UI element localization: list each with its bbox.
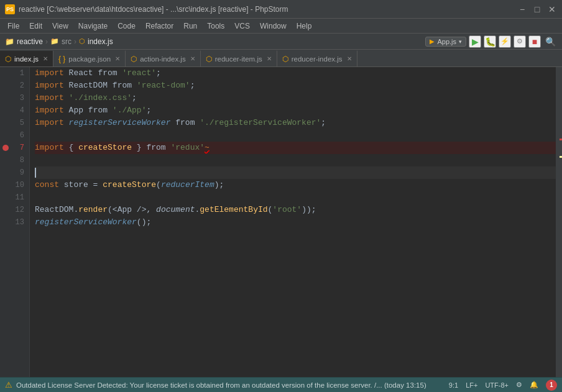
line-num-4: 4 (0, 104, 29, 117)
breadcrumb-file[interactable]: index.js (88, 37, 113, 46)
editor-area: 1 2 3 4 5 6 7 8 9 10 11 12 13 import Rea… (0, 67, 562, 377)
menu-help[interactable]: Help (292, 21, 317, 32)
indent-indicator: ⚙ (516, 381, 522, 389)
tab-label: reducer-index.js (292, 55, 343, 63)
cursor (35, 168, 36, 178)
profile-button[interactable]: ⚙ (514, 35, 526, 48)
tabs-bar: ⬡ index.js ✕ { } package.json ✕ ⬡ action… (0, 50, 562, 67)
code-line-8 (35, 154, 556, 166)
menu-vcs[interactable]: VCS (229, 21, 255, 32)
line-ending[interactable]: LF+ (466, 381, 477, 389)
tab-label: action-index.js (140, 55, 186, 63)
line-num-3: 3 (0, 92, 29, 104)
error-marker-7 (560, 139, 562, 140)
menu-window[interactable]: Window (255, 21, 292, 32)
app-icon: PS (5, 4, 15, 14)
file-icon: ⬡ (79, 37, 85, 45)
window-controls: − □ ✕ (517, 4, 557, 14)
tab-package-json[interactable]: { } package.json ✕ (53, 50, 126, 66)
line-numbers: 1 2 3 4 5 6 7 8 9 10 11 12 13 (0, 67, 30, 377)
status-message-area: ⚠ Outdated License Server Detected: Your… (5, 380, 444, 390)
tab-js-icon4: ⬡ (282, 55, 288, 63)
alert-count[interactable]: 1 (546, 380, 557, 391)
menu-refactor[interactable]: Refactor (140, 21, 178, 32)
tab-close-icon[interactable]: ✕ (347, 55, 352, 62)
notification-icon: 🔔 (530, 381, 538, 389)
debug-button[interactable]: 🐛 (484, 35, 496, 48)
line-num-12: 12 (0, 204, 29, 216)
tab-close-icon[interactable]: ✕ (190, 55, 195, 62)
menu-file[interactable]: File (2, 21, 24, 32)
run-controls: ▶ App.js ▾ ▶ 🐛 ⚡ ⚙ ■ 🔍 (425, 35, 557, 48)
src-folder-icon: 📁 (50, 37, 59, 45)
minimize-button[interactable]: − (517, 4, 527, 14)
code-line-5: import registerServiceWorker from './reg… (35, 117, 556, 129)
run-button[interactable]: ▶ (469, 35, 481, 48)
status-message[interactable]: Outdated License Server Detected: Your l… (16, 381, 426, 389)
tab-index-js[interactable]: ⬡ index.js ✕ (0, 50, 53, 66)
menu-tools[interactable]: Tools (202, 21, 229, 32)
error-marker-9 (560, 156, 562, 158)
code-line-4: import App from './App'; (35, 104, 556, 117)
toolbar: 📁 reactive › 📁 src › ⬡ index.js ▶ App.js… (0, 34, 562, 50)
tab-reducer-item-js[interactable]: ⬡ reducer-item.js ✕ (201, 50, 277, 66)
breadcrumb: 📁 reactive › 📁 src › ⬡ index.js (5, 37, 113, 46)
menu-run[interactable]: Run (178, 21, 202, 32)
tab-close-icon[interactable]: ✕ (115, 55, 120, 62)
line-num-5: 5 (0, 117, 29, 129)
tab-label: index.js (14, 55, 39, 63)
line-num-2: 2 (0, 80, 29, 92)
tab-js-icon2: ⬡ (131, 55, 137, 63)
menu-view[interactable]: View (47, 21, 73, 32)
line-num-6: 6 (0, 129, 29, 142)
code-line-9 (35, 166, 556, 179)
breadcrumb-src[interactable]: src (62, 37, 71, 46)
title-bar: PS reactive [C:\webserver\data\htdocs\re… (0, 0, 562, 19)
status-bar: ⚠ Outdated License Server Detected: Your… (0, 377, 562, 392)
line-num-8: 8 (0, 154, 29, 166)
code-line-11 (35, 191, 556, 204)
line-num-9: 9 (0, 166, 29, 179)
line-num-7: 7 (0, 142, 29, 154)
code-line-10: const store = createStore(reducerItem); (35, 179, 556, 191)
error-indicator (2, 145, 9, 151)
line-num-11: 11 (0, 191, 29, 204)
cursor-position[interactable]: 9:1 (449, 381, 458, 389)
tab-close-icon[interactable]: ✕ (267, 55, 272, 62)
tab-js-icon: ⬡ (5, 55, 11, 63)
coverage-button[interactable]: ⚡ (499, 35, 511, 48)
stop-button[interactable]: ■ (528, 35, 541, 48)
code-editor[interactable]: import React from 'react'; import ReactD… (30, 67, 556, 377)
title-text: reactive [C:\webserver\data\htdocs\react… (19, 5, 517, 14)
tab-reducer-index-js[interactable]: ⬡ reducer-index.js ✕ (277, 50, 357, 66)
code-line-1: import React from 'react'; (35, 67, 556, 80)
menu-code[interactable]: Code (113, 21, 140, 32)
scroll-bar[interactable] (556, 67, 562, 377)
search-button[interactable]: 🔍 (543, 35, 557, 48)
line-num-13: 13 (0, 216, 29, 229)
tab-label: package.json (68, 55, 111, 63)
status-right: 9:1 LF+ UTF-8+ ⚙ 🔔 1 (449, 380, 557, 391)
code-line-6 (35, 129, 556, 142)
line-num-1: 1 (0, 67, 29, 80)
code-line-12: ReactDOM.render(<App />, document.getEle… (35, 204, 556, 216)
tab-close-icon[interactable]: ✕ (43, 55, 48, 62)
tab-json-icon: { } (58, 55, 65, 63)
menu-edit[interactable]: Edit (24, 21, 47, 32)
maximize-button[interactable]: □ (532, 4, 542, 14)
menu-bar: File Edit View Navigate Code Refactor Ru… (0, 19, 562, 34)
encoding[interactable]: UTF-8+ (485, 381, 509, 389)
config-label: App.js (437, 38, 456, 45)
tab-js-icon3: ⬡ (206, 55, 212, 63)
config-dropdown[interactable]: ▶ App.js ▾ (425, 37, 466, 47)
code-line-7: import { createStore } from 'redux'~ (35, 142, 556, 154)
warning-icon: ⚠ (5, 380, 12, 390)
code-line-3: import './index.css'; (35, 92, 556, 104)
line-num-10: 10 (0, 179, 29, 191)
close-button[interactable]: ✕ (547, 4, 557, 14)
menu-navigate[interactable]: Navigate (73, 21, 113, 32)
folder-icon: 📁 (5, 37, 14, 46)
tab-action-index-js[interactable]: ⬡ action-index.js ✕ (126, 50, 201, 66)
breadcrumb-project[interactable]: reactive (17, 37, 43, 46)
tab-label: reducer-item.js (215, 55, 262, 63)
